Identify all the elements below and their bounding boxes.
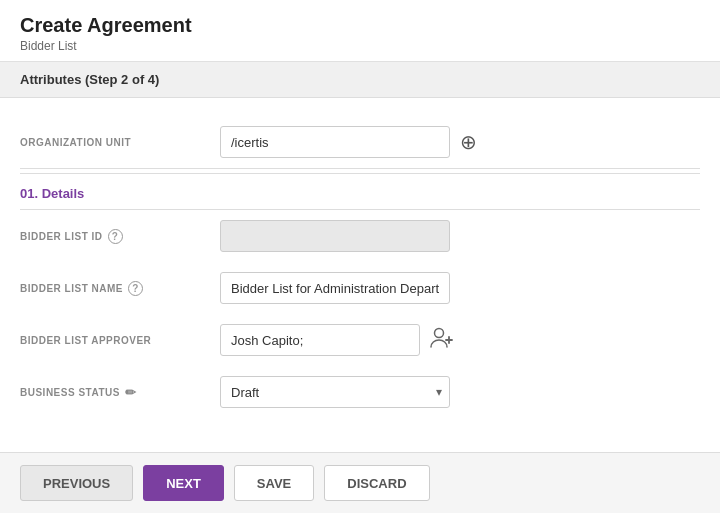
org-unit-search-button[interactable]: ⊕	[458, 130, 479, 154]
step-label: Attributes (Step 2 of 4)	[20, 72, 159, 87]
bidder-list-id-help-icon[interactable]: ?	[108, 229, 123, 244]
bidder-list-name-help-icon[interactable]: ?	[128, 281, 143, 296]
bidder-list-name-input[interactable]	[220, 272, 450, 304]
business-status-wrapper: Draft Active Closed ▾	[220, 376, 450, 408]
bidder-list-approver-label: BIDDER LIST APPROVER	[20, 335, 220, 346]
search-icon: ⊕	[460, 131, 477, 153]
page-title: Create Agreement	[20, 14, 700, 37]
add-approver-button[interactable]	[428, 327, 456, 354]
org-unit-label: ORGANIZATION UNIT	[20, 137, 220, 148]
divider-1	[20, 168, 700, 169]
org-unit-input[interactable]	[220, 126, 450, 158]
bidder-list-approver-control	[220, 324, 700, 356]
bidder-list-name-control	[220, 272, 700, 304]
business-status-edit-icon[interactable]: ✏	[125, 385, 137, 400]
bidder-list-name-label: BIDDER LIST NAME ?	[20, 281, 220, 296]
business-status-row: BUSINESS STATUS ✏ Draft Active Closed ▾	[20, 366, 700, 418]
save-button[interactable]: SAVE	[234, 465, 314, 501]
bidder-list-approver-row: BIDDER LIST APPROVER	[20, 314, 700, 366]
details-section-label: 01. Details	[20, 182, 700, 209]
bidder-list-id-control	[220, 220, 700, 252]
bidder-list-approver-input[interactable]	[220, 324, 420, 356]
footer: PREVIOUS NEXT SAVE DISCARD	[0, 452, 720, 513]
details-section: 01. Details	[20, 173, 700, 209]
next-button[interactable]: NEXT	[143, 465, 224, 501]
svg-point-0	[435, 328, 444, 337]
page-subtitle: Bidder List	[20, 39, 700, 53]
add-user-icon	[430, 331, 454, 353]
org-unit-control: ⊕	[220, 126, 700, 158]
main-content: ORGANIZATION UNIT ⊕ 01. Details BIDDER L…	[0, 98, 720, 418]
bidder-list-id-input	[220, 220, 450, 252]
org-unit-row: ORGANIZATION UNIT ⊕	[20, 116, 700, 168]
discard-button[interactable]: DISCARD	[324, 465, 429, 501]
business-status-select[interactable]: Draft Active Closed	[220, 376, 450, 408]
bidder-list-name-row: BIDDER LIST NAME ?	[20, 262, 700, 314]
bidder-list-id-row: BIDDER LIST ID ?	[20, 210, 700, 262]
business-status-control: Draft Active Closed ▾	[220, 376, 700, 408]
step-bar: Attributes (Step 2 of 4)	[0, 62, 720, 98]
previous-button[interactable]: PREVIOUS	[20, 465, 133, 501]
bidder-list-id-label: BIDDER LIST ID ?	[20, 229, 220, 244]
page-header: Create Agreement Bidder List	[0, 0, 720, 62]
business-status-label: BUSINESS STATUS ✏	[20, 385, 220, 400]
